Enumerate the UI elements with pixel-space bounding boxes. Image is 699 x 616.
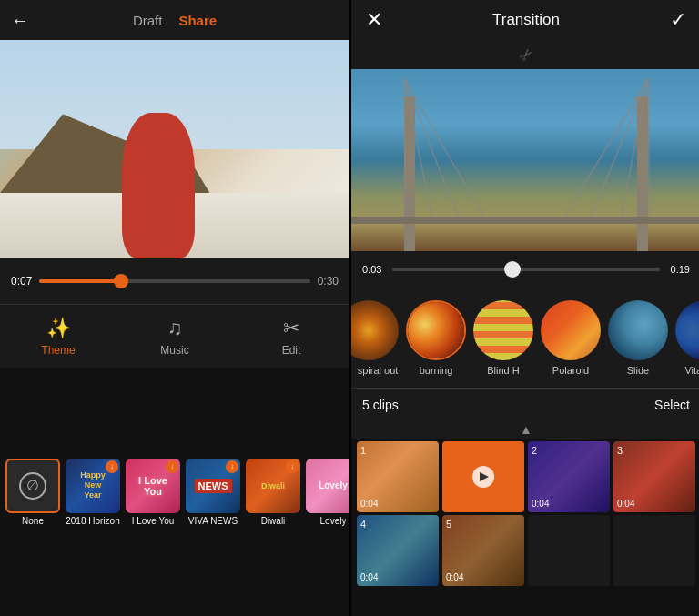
svg-line-2 — [404, 78, 433, 224]
theme-name-lovely: Lovely — [320, 516, 347, 526]
left-video-preview — [0, 40, 350, 258]
scroll-up-icon[interactable]: ▲ — [520, 422, 532, 437]
bridge-cables-svg — [351, 69, 699, 251]
music-icon: ♫ — [167, 317, 183, 340]
clips-select-button[interactable]: Select — [654, 398, 690, 412]
left-header: ← Draft Share — [0, 0, 350, 40]
theme-item-iloveyou[interactable]: ↓ I LoveYou I Love You — [126, 459, 180, 526]
edit-icon: ✂ — [283, 317, 299, 340]
polaroid-bg — [541, 300, 601, 360]
trans-time-left: 0:03 — [362, 264, 385, 275]
clips-row-2: 4 0:04 5 0:04 — [357, 515, 695, 586]
effect-thumb-spiral — [351, 300, 399, 360]
back-button[interactable]: ← — [11, 10, 29, 31]
effect-thumb-polaroid — [541, 300, 601, 360]
theme-item-vivanews[interactable]: ↓ NEWS VIVA NEWS — [186, 459, 240, 526]
effect-thumb-vitasco — [675, 300, 699, 360]
effect-slide[interactable]: Slide — [608, 300, 668, 376]
scissors-area: ✂ — [351, 40, 699, 69]
timeline-area: 0:07 0:30 — [0, 258, 350, 304]
effect-spiral-out[interactable]: spiral out — [357, 300, 399, 376]
theme-name-vivanews: VIVA NEWS — [188, 516, 238, 526]
clip-duration-1: 0:04 — [360, 499, 378, 509]
clips-row-1: 1 0:04 2 0:04 3 0:04 — [357, 441, 695, 512]
transition-timeline: 0:03 0:19 — [351, 251, 699, 288]
theme-thumb-diwali: ↓ Diwali — [246, 459, 300, 513]
clip-number-2: 2 — [532, 445, 537, 456]
clip-duration-3: 0:04 — [617, 499, 634, 509]
theme-thumb-none: ∅ — [5, 459, 60, 513]
left-panel: ← Draft Share 0:07 0:30 ✨ Theme ♫ Music — [0, 0, 350, 616]
video-bg — [0, 40, 350, 258]
close-button[interactable]: ✕ — [366, 8, 382, 32]
download-badge-3: ↓ — [226, 460, 238, 473]
spiral-bg — [351, 300, 399, 360]
effect-vitasco[interactable]: Vitasco... — [675, 300, 699, 376]
theme-name-2018horizon: 2018 Horizon — [66, 516, 119, 526]
scroll-indicator: ▲ — [351, 420, 699, 439]
download-badge-2: ↓ — [166, 460, 178, 473]
clip-item-1[interactable]: 1 0:04 — [357, 441, 439, 512]
download-badge-4: ↓ — [286, 460, 299, 473]
clip-number-5: 5 — [446, 519, 451, 530]
clip-item-2[interactable]: 2 0:04 — [528, 441, 610, 512]
clip-transition-1[interactable] — [442, 441, 524, 512]
svg-line-0 — [404, 78, 488, 224]
theme-button[interactable]: ✨ Theme — [0, 317, 116, 357]
timeline-thumb[interactable] — [114, 274, 128, 288]
theme-name-none: None — [22, 516, 44, 526]
bridge-road — [351, 217, 699, 224]
vitasco-bg — [675, 300, 699, 360]
effect-thumb-burning — [406, 300, 466, 360]
none-circle: ∅ — [19, 472, 46, 500]
svg-line-3 — [404, 78, 406, 224]
draft-tab[interactable]: Draft — [133, 13, 163, 28]
trans-thumb[interactable] — [504, 261, 521, 278]
theme-item-none[interactable]: ∅ None — [5, 459, 60, 526]
effect-burning[interactable]: burning — [406, 300, 466, 376]
theme-item-lovely[interactable]: Lovely Lovely — [306, 459, 350, 526]
trans-time-right: 0:19 — [667, 264, 690, 275]
effect-blind-h[interactable]: Blind H — [473, 300, 533, 376]
effect-label-spiral: spiral out — [358, 365, 399, 376]
clip-item-5[interactable]: 5 0:04 — [442, 515, 524, 586]
right-header: ✕ Transition ✓ — [351, 0, 699, 40]
effect-thumb-blindh — [473, 300, 533, 360]
clips-grid: 1 0:04 2 0:04 3 0:04 4 0:04 5 0:04 — [351, 439, 699, 616]
timeline-time-left: 0:07 — [11, 275, 32, 288]
clip-empty-2 — [613, 515, 695, 586]
bridge-bg — [351, 69, 699, 251]
clip-duration-5: 0:04 — [446, 572, 463, 582]
svg-line-7 — [648, 78, 650, 224]
clips-header: 5 clips Select — [351, 388, 699, 420]
clip-number-3: 3 — [617, 445, 623, 456]
themes-row: ∅ None ↓ HappyNewYear 2018 Horizon ↓ I L… — [0, 368, 350, 616]
timeline-track[interactable] — [39, 279, 309, 283]
clip-item-3[interactable]: 3 0:04 — [613, 441, 695, 512]
effects-row: spiral out burning Blind H Polaroid — [351, 288, 699, 388]
person-figure — [122, 113, 195, 258]
effect-label-slide: Slide — [627, 365, 649, 376]
theme-icon: ✨ — [46, 317, 71, 340]
theme-item-2018horizon[interactable]: ↓ HappyNewYear 2018 Horizon — [66, 459, 120, 526]
theme-thumb-vivanews: ↓ NEWS — [186, 459, 240, 513]
effect-label-burning: burning — [420, 365, 453, 376]
trans-track[interactable] — [392, 268, 660, 271]
share-tab[interactable]: Share — [178, 13, 217, 28]
confirm-button[interactable]: ✓ — [670, 8, 686, 32]
right-video-preview — [351, 69, 699, 251]
svg-line-4 — [561, 78, 648, 224]
clip-empty-1 — [528, 515, 610, 586]
clip-number-1: 1 — [360, 445, 366, 456]
effect-polaroid[interactable]: Polaroid — [541, 300, 601, 376]
scissors-icon: ✂ — [514, 43, 538, 66]
controls-row: ✨ Theme ♫ Music ✂ Edit — [0, 304, 350, 368]
theme-thumb-iloveyou: ↓ I LoveYou — [126, 459, 180, 513]
slide-bg — [608, 300, 668, 360]
music-button[interactable]: ♫ Music — [116, 317, 233, 357]
theme-item-diwali[interactable]: ↓ Diwali Diwali — [246, 459, 300, 526]
download-badge: ↓ — [106, 460, 118, 473]
edit-button[interactable]: ✂ Edit — [233, 317, 350, 357]
clip-number-4: 4 — [360, 519, 366, 530]
clip-item-4[interactable]: 4 0:04 — [357, 515, 439, 586]
